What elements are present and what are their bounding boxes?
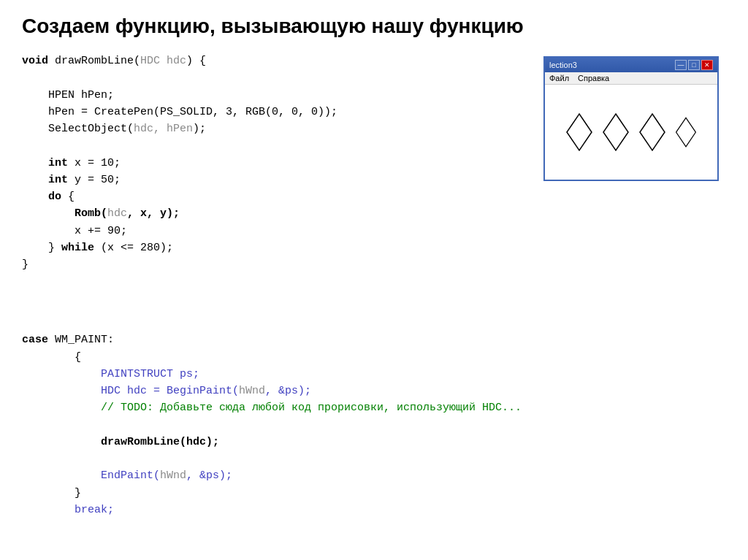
diamond-3 [638,112,666,153]
svg-marker-0 [567,114,592,150]
svg-marker-1 [603,114,628,150]
window-preview: lection3 — □ ✕ Файл Справка [543,56,726,518]
minimize-button[interactable]: — [675,60,687,70]
close-button[interactable]: ✕ [701,60,713,70]
win-titlebar: lection3 — □ ✕ [545,58,717,72]
svg-marker-2 [640,114,665,150]
diamond-4 [675,116,697,149]
diamond-2 [602,112,630,153]
win-title: lection3 [549,61,577,69]
win-menubar: Файл Справка [545,72,717,85]
page-title: Создаем функцию, вызывающую нашу функцию [22,15,726,38]
code-block-1: void drawRombLine(HDC hdc) { HPEN hPen; … [22,53,529,273]
win-body [545,85,717,180]
code-block-2: case WM_PAINT: { PAINTSTRUCT ps; HDC hdc… [22,331,529,518]
diamond-1 [565,112,593,153]
win-frame: lection3 — □ ✕ Файл Справка [543,56,719,181]
diamonds-container [565,112,697,153]
svg-marker-3 [676,118,696,146]
menu-file[interactable]: Файл [549,74,569,83]
maximize-button[interactable]: □ [688,60,700,70]
win-controls: — □ ✕ [675,60,713,70]
menu-help[interactable]: Справка [578,74,609,83]
